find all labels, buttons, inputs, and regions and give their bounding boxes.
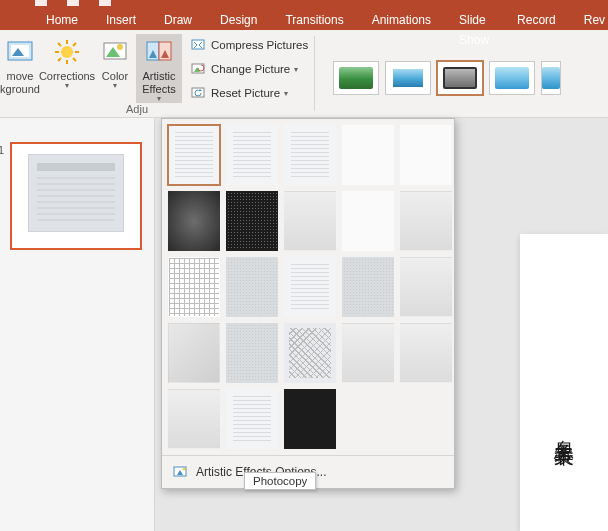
svg-line-9 (73, 58, 76, 61)
svg-point-3 (61, 46, 73, 58)
chevron-down-icon: ▾ (157, 94, 161, 103)
qat-icon[interactable] (35, 0, 47, 6)
chevron-down-icon: ▾ (294, 65, 298, 74)
reset-picture-button[interactable]: Reset Picture ▾ (190, 82, 308, 104)
artistic-effect-light-screen[interactable] (168, 257, 220, 317)
artistic-effects-button[interactable]: Artistic Effects ▾ (136, 34, 182, 103)
change-picture-icon (190, 61, 206, 77)
slide-thumbnail-image (28, 154, 124, 232)
artistic-effect-glow-edges[interactable] (284, 389, 336, 449)
picture-style-2[interactable] (385, 61, 431, 95)
tab-review[interactable]: Rev (570, 10, 608, 30)
artistic-effect-none[interactable] (168, 125, 220, 185)
remove-background-label: move kground (0, 70, 40, 96)
picture-style-3[interactable] (437, 61, 483, 95)
chevron-down-icon: ▾ (65, 81, 69, 90)
picture-style-1[interactable] (333, 61, 379, 95)
qat-icon[interactable] (99, 0, 111, 6)
tab-animations[interactable]: Animations (358, 10, 445, 30)
picture-style-5[interactable] (541, 61, 561, 95)
artistic-effect-paint-brush[interactable] (284, 191, 336, 251)
color-button[interactable]: Color ▾ (94, 34, 136, 103)
corrections-button[interactable]: Corrections ▾ (40, 34, 94, 103)
picture-style-4[interactable] (489, 61, 535, 95)
artistic-effect-mosaic-bubbles[interactable] (342, 257, 394, 317)
remove-background-button[interactable]: move kground (0, 34, 40, 103)
group-label-adjust: Adju (120, 103, 186, 115)
adjust-small-buttons: Compress Pictures Change Picture ▾ Reset… (186, 30, 314, 117)
reset-picture-label: Reset Picture (211, 87, 280, 99)
artistic-effect-pastels-smooth[interactable] (342, 323, 394, 383)
brightness-icon (53, 38, 81, 66)
artistic-effect-line-drawing[interactable] (400, 125, 452, 185)
artistic-effect-photocopy[interactable] (226, 389, 278, 449)
artistic-effect-paint-strokes[interactable] (226, 191, 278, 251)
change-picture-button[interactable]: Change Picture ▾ (190, 58, 308, 80)
chevron-down-icon: ▾ (113, 81, 117, 90)
artistic-effects-label: Artistic Effects (142, 70, 175, 96)
ribbon-tabs: Home Insert Draw Design Transitions Anim… (0, 10, 608, 30)
group-adjust: move kground Corrections ▾ Color ▾ Artis… (0, 30, 186, 117)
picture-styles-gallery[interactable] (315, 30, 561, 117)
artistic-effect-glow-diffused[interactable] (342, 191, 394, 251)
artistic-effect-marker[interactable] (226, 125, 278, 185)
artistic-effects-grid (162, 119, 454, 455)
ribbon: move kground Corrections ▾ Color ▾ Artis… (0, 30, 608, 118)
slide-canvas[interactable]: 息备案表 (520, 234, 608, 531)
tab-record[interactable]: Record (503, 10, 570, 30)
tab-slideshow[interactable]: Slide Show (445, 10, 503, 30)
slide-text-vertical: 息备案表 (551, 424, 578, 432)
picture-color-icon (101, 38, 129, 66)
svg-point-14 (117, 44, 123, 50)
change-picture-label: Change Picture (211, 63, 290, 75)
artistic-effect-texturizer[interactable] (226, 323, 278, 383)
artistic-effect-pencil-grayscale[interactable] (284, 125, 336, 185)
artistic-effect-cutout[interactable] (168, 389, 220, 449)
artistic-effects-gallery: Artistic Effects Options... (161, 118, 455, 489)
artistic-effect-chalk-sketch[interactable] (168, 191, 220, 251)
chevron-down-icon: ▾ (284, 89, 288, 98)
tab-draw[interactable]: Draw (150, 10, 206, 30)
slide-number: 1 (0, 144, 4, 156)
artistic-effect-blur[interactable] (400, 191, 452, 251)
svg-point-25 (183, 468, 186, 471)
svg-line-8 (58, 43, 61, 46)
qat-icon[interactable] (67, 0, 79, 6)
svg-line-11 (58, 58, 61, 61)
tab-insert[interactable]: Insert (92, 10, 150, 30)
slide-thumbnail-1[interactable]: 1 (10, 142, 142, 250)
artistic-effects-options-icon (172, 464, 188, 480)
remove-background-icon (6, 38, 34, 66)
svg-line-10 (73, 43, 76, 46)
compress-pictures-button[interactable]: Compress Pictures (190, 34, 308, 56)
compress-icon (190, 37, 206, 53)
title-bar (0, 0, 608, 10)
artistic-effect-film-grain[interactable] (284, 257, 336, 317)
tooltip-photocopy: Photocopy (244, 472, 316, 490)
tab-transitions[interactable]: Transitions (271, 10, 357, 30)
reset-picture-icon (190, 85, 206, 101)
slide-thumbnail-pane[interactable]: 1 (0, 118, 155, 531)
artistic-effect-glass[interactable] (400, 257, 452, 317)
artistic-effects-icon (145, 38, 173, 66)
tab-home[interactable]: Home (32, 10, 92, 30)
artistic-effect-plastic-wrap[interactable] (400, 323, 452, 383)
artistic-effect-cement[interactable] (168, 323, 220, 383)
artistic-effect-watercolor-sponge[interactable] (226, 257, 278, 317)
tab-design[interactable]: Design (206, 10, 271, 30)
artistic-effect-crisscross-etching[interactable] (284, 323, 336, 383)
artistic-effect-pencil-sketch[interactable] (342, 125, 394, 185)
compress-pictures-label: Compress Pictures (211, 39, 308, 51)
